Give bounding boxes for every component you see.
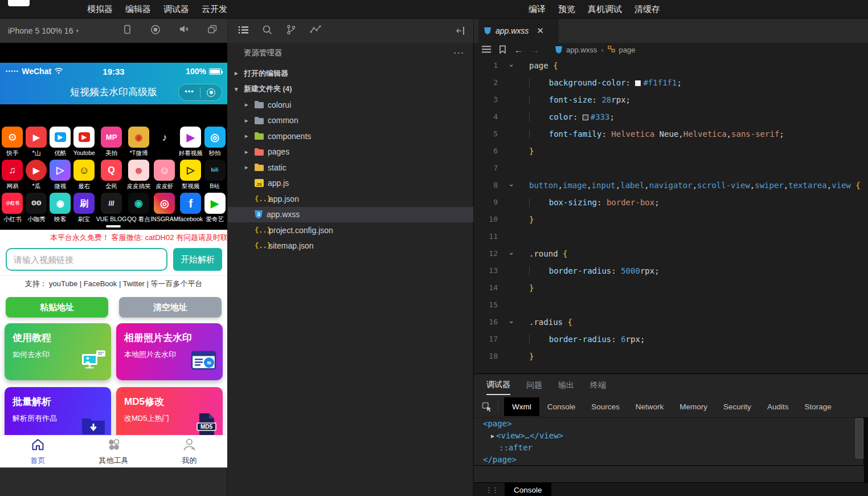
feature-card[interactable]: 相册照片去水印本地照片去水印IB bbox=[116, 323, 223, 380]
file-row[interactable]: ▸colorui bbox=[228, 97, 473, 113]
scrollbar-track[interactable] bbox=[863, 417, 868, 482]
wxml-node[interactable]: ▶<view>…</view> bbox=[474, 430, 868, 442]
app-item[interactable]: ♪ bbox=[150, 127, 178, 157]
nav-forward-icon[interactable]: → bbox=[531, 45, 539, 55]
clear-address-button[interactable]: 清空地址 bbox=[119, 297, 222, 318]
wxml-node[interactable]: </page> bbox=[474, 454, 868, 465]
menu-item[interactable]: 编辑器 bbox=[125, 4, 151, 15]
file-row[interactable]: ▸static bbox=[228, 160, 473, 176]
menu-item[interactable]: 云开发 bbox=[202, 4, 227, 15]
debugger-tab[interactable]: 问题 bbox=[526, 375, 542, 395]
device-selector[interactable]: iPhone 5 100% 16 ▾ bbox=[8, 26, 79, 35]
tabbar-item-person[interactable]: 我的 bbox=[152, 436, 227, 467]
editor-tab-app-wxss[interactable]: app.wxss ✕ bbox=[478, 19, 558, 43]
git-branch-icon[interactable] bbox=[286, 25, 296, 37]
menu-item[interactable]: 调试器 bbox=[163, 4, 189, 15]
app-item[interactable]: ☺皮皮虾 bbox=[150, 160, 178, 190]
file-row[interactable]: {..}project.config.json bbox=[228, 222, 473, 238]
app-item[interactable]: ◎秒拍 bbox=[203, 127, 227, 157]
network-graph-icon[interactable] bbox=[310, 25, 321, 36]
file-row[interactable]: ▸common bbox=[228, 113, 473, 129]
devtools-tab-network[interactable]: Network bbox=[628, 397, 672, 416]
menu-item[interactable]: 编译 bbox=[529, 4, 546, 15]
app-item[interactable]: MP美拍 bbox=[96, 127, 127, 157]
app-item[interactable]: ◎INSGRAM bbox=[150, 193, 178, 223]
menu-item[interactable]: 真机调试 bbox=[588, 4, 622, 15]
explorer-section[interactable]: ▾新建文件夹 (4) bbox=[228, 82, 473, 97]
fold-chevron-icon[interactable]: › bbox=[509, 57, 519, 74]
app-item[interactable]: 刷刷宝 bbox=[72, 193, 96, 223]
video-link-input[interactable] bbox=[6, 248, 167, 271]
app-item[interactable]: ☺最右 bbox=[72, 160, 96, 190]
wxml-node[interactable]: ::after bbox=[474, 442, 868, 454]
wxml-node[interactable]: <page> bbox=[474, 418, 868, 430]
stop-icon[interactable] bbox=[141, 25, 170, 37]
app-item[interactable]: ♫网易 bbox=[1, 160, 24, 190]
app-item[interactable]: ◉*T微博 bbox=[126, 127, 150, 157]
search-icon[interactable] bbox=[262, 25, 272, 37]
multi-window-icon[interactable] bbox=[198, 25, 227, 37]
app-item[interactable]: ʘʘ小咖秀 bbox=[24, 193, 48, 223]
close-minipro-icon[interactable] bbox=[200, 88, 222, 97]
code-content[interactable]: 1›page {2 background-color: #f1f1f1;3 fo… bbox=[474, 57, 868, 373]
app-item[interactable]: ▶好看视频 bbox=[178, 127, 203, 157]
explorer-section[interactable]: ▸打开的编辑器 bbox=[228, 66, 473, 82]
app-item[interactable]: biliB站 bbox=[203, 160, 227, 190]
app-item[interactable]: ▷梨视频 bbox=[178, 160, 203, 190]
scrollbar-thumb[interactable] bbox=[855, 418, 863, 458]
tabbar-item-home[interactable]: 首页 bbox=[0, 436, 76, 467]
explorer-more-icon[interactable]: ··· bbox=[453, 48, 464, 58]
devtools-tab-audits[interactable]: Audits bbox=[759, 397, 797, 416]
more-menu-icon[interactable]: ••• bbox=[179, 87, 200, 98]
debugger-tab[interactable]: 输出 bbox=[558, 375, 574, 395]
console-drawer-tab[interactable]: Console bbox=[505, 483, 551, 496]
mute-icon[interactable] bbox=[170, 25, 198, 37]
app-item[interactable]: Q全民 bbox=[96, 160, 127, 190]
file-row[interactable]: 3app.wxss bbox=[228, 207, 473, 223]
drag-handle-icon[interactable]: ⋮⋮ bbox=[485, 486, 498, 494]
menu-item[interactable]: 预览 bbox=[558, 4, 575, 15]
feature-card[interactable]: 使用教程如何去水印 bbox=[5, 323, 111, 380]
collapse-panel-icon[interactable] bbox=[456, 26, 466, 38]
devtools-tab-storage[interactable]: Storage bbox=[796, 397, 839, 416]
parse-button[interactable]: 开始解析 bbox=[173, 248, 222, 271]
app-item[interactable]: ///VUE BLOG bbox=[96, 193, 127, 223]
devtools-tab-memory[interactable]: Memory bbox=[672, 397, 715, 416]
app-item[interactable]: ffacebook bbox=[178, 193, 203, 223]
nav-back-icon[interactable]: ← bbox=[514, 45, 523, 55]
menu-item[interactable]: 清缓存 bbox=[634, 4, 660, 15]
close-tab-icon[interactable]: ✕ bbox=[537, 26, 544, 36]
file-row[interactable]: {..}sitemap.json bbox=[228, 238, 473, 254]
file-row[interactable]: ▸pages bbox=[228, 144, 473, 160]
app-item[interactable]: ◉QQ 看点 bbox=[126, 193, 150, 223]
devtools-tab-wxml[interactable]: Wxml bbox=[504, 397, 539, 416]
paste-address-button[interactable]: 粘贴地址 bbox=[6, 297, 108, 318]
fold-chevron-icon[interactable]: › bbox=[509, 314, 519, 331]
fold-chevron-icon[interactable]: › bbox=[509, 177, 519, 194]
devtools-tab-console[interactable]: Console bbox=[539, 397, 584, 416]
bookmark-icon[interactable] bbox=[499, 45, 506, 55]
inspect-element-icon[interactable] bbox=[482, 400, 498, 413]
devtools-tab-security[interactable]: Security bbox=[715, 397, 759, 416]
app-item[interactable]: ▶爱奇艺 bbox=[203, 193, 227, 223]
devtools-tab-sources[interactable]: Sources bbox=[583, 397, 628, 416]
app-item[interactable]: ◉映客 bbox=[48, 193, 72, 223]
breadcrumb-rule[interactable]: page bbox=[619, 46, 636, 54]
file-row[interactable]: {..}app.json bbox=[228, 191, 473, 207]
breadcrumb-file[interactable]: app.wxss bbox=[566, 46, 597, 54]
app-item[interactable]: ▶*瓜 bbox=[24, 160, 48, 190]
app-item[interactable]: ⊙快手 bbox=[1, 127, 24, 157]
app-item[interactable]: 小红书小红书 bbox=[1, 193, 24, 223]
menu-item[interactable]: 模拟器 bbox=[87, 4, 113, 15]
tabbar-item-tools[interactable]: 其他工具 bbox=[76, 436, 152, 467]
file-row[interactable]: ▸components bbox=[228, 128, 473, 144]
app-item[interactable]: ▶*山 bbox=[24, 127, 48, 157]
app-item[interactable]: ▶优酷 bbox=[48, 127, 72, 157]
rotate-device-icon[interactable] bbox=[113, 25, 141, 37]
outline-icon[interactable] bbox=[482, 46, 491, 55]
app-item[interactable]: ▶Youtobe bbox=[72, 127, 96, 157]
debugger-tab[interactable]: 调试器 bbox=[486, 375, 510, 395]
file-row[interactable]: JSapp.js bbox=[228, 176, 473, 192]
debugger-tab[interactable]: 终端 bbox=[590, 375, 606, 395]
app-item[interactable]: ▷微视 bbox=[48, 160, 72, 190]
